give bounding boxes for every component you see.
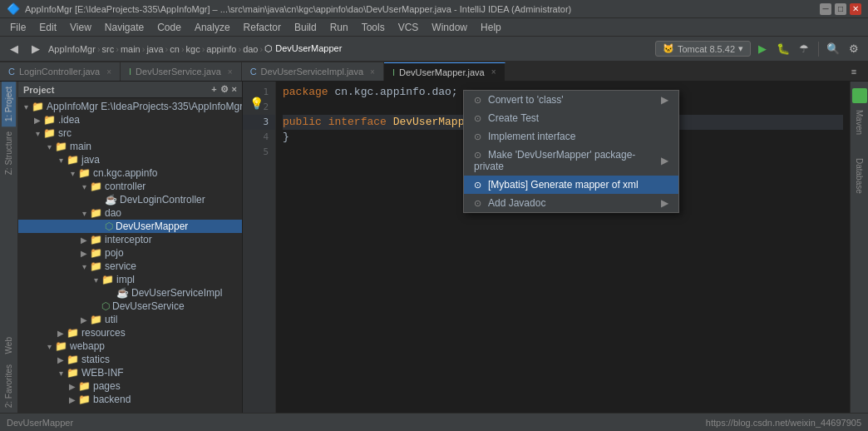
src-icon: 📁 — [43, 127, 56, 139]
toolbar-sep-1 — [818, 42, 819, 57]
main-label: main — [70, 141, 91, 152]
minimize-button[interactable]: ─ — [820, 3, 831, 15]
ctx-make-package-private[interactable]: ⊙Make 'DevUserMapper' package-private ▶ — [464, 146, 678, 176]
menu-view[interactable]: View — [63, 20, 98, 35]
tree-root[interactable]: ▾ 📁 AppInfoMgr E:\IdeaProjects-335\AppIn… — [18, 100, 242, 113]
lightbulb-icon[interactable]: 💡 — [249, 97, 264, 111]
tree-dao[interactable]: ▾ 📁 dao — [18, 206, 242, 220]
menu-window[interactable]: Window — [425, 20, 474, 35]
tree-dev-user-svc[interactable]: ⬡ DevUserService — [18, 300, 242, 313]
tab-close-mapper[interactable]: × — [491, 67, 496, 77]
bc-java[interactable]: java — [146, 44, 163, 54]
tab-icon-service: I — [129, 67, 131, 77]
tab-close-service[interactable]: × — [228, 67, 233, 77]
svc-arrow: ▾ — [78, 262, 90, 271]
tree-close-button[interactable]: × — [232, 84, 237, 95]
tree-webinf[interactable]: ▾ 📁 WEB-INF — [18, 366, 242, 379]
panel-project[interactable]: 1: Project — [2, 82, 16, 126]
ctx-add-javadoc[interactable]: ⊙Add Javadoc ▶ — [464, 194, 678, 212]
pojo-arrow: ▶ — [78, 249, 90, 258]
tree-util[interactable]: ▶ 📁 util — [18, 313, 242, 326]
java-icon: 📁 — [67, 154, 79, 166]
tab-close-login[interactable]: × — [106, 67, 111, 77]
pages-label: pages — [93, 380, 121, 392]
tree-dev-login-ctrl[interactable]: ☕ DevLoginController — [18, 193, 242, 206]
run-config[interactable]: 🐱 Tomcat 8.5.42 ▾ — [655, 41, 751, 57]
tree-pages[interactable]: ▶ 📁 pages — [18, 379, 242, 393]
menu-bar: File Edit View Navigate Code Analyze Ref… — [0, 18, 868, 37]
panel-favorites[interactable]: 2: Favorites — [2, 359, 16, 413]
bc-cn[interactable]: cn — [170, 44, 180, 54]
run-button[interactable]: ▶ — [753, 40, 772, 58]
line-num-3: 3 — [243, 115, 275, 130]
tab-dev-user-service-impl[interactable]: C DevUserServiceImpl.java × — [242, 62, 384, 81]
menu-analyze[interactable]: Analyze — [188, 20, 237, 35]
tree-pojo[interactable]: ▶ 📁 pojo — [18, 246, 242, 260]
back-button[interactable]: ◀ — [5, 40, 23, 58]
bc-main[interactable]: main — [121, 44, 141, 54]
tree-idea[interactable]: ▶ 📁 .idea — [18, 113, 242, 126]
tree-impl[interactable]: ▾ 📁 impl — [18, 273, 242, 286]
cn-icon: 📁 — [78, 167, 91, 179]
run-with-coverage[interactable]: ☂ — [795, 40, 813, 58]
ctx-mybatis-generate[interactable]: ⊙[Mybatis] Generate mapper of xml — [464, 176, 678, 194]
menu-code[interactable]: Code — [150, 20, 188, 35]
bc-dao[interactable]: dao — [243, 44, 258, 54]
tree-main[interactable]: ▾ 📁 main — [18, 140, 242, 153]
maximize-button[interactable]: □ — [835, 3, 846, 15]
svc-impl-icon: ☕ — [116, 287, 129, 299]
settings-button[interactable]: ⚙ — [845, 40, 863, 58]
ctx-mybatis-label: ⊙[Mybatis] Generate mapper of xml — [474, 179, 639, 191]
panel-maven[interactable]: Maven — [853, 107, 866, 138]
tree-interceptor[interactable]: ▶ 📁 interceptor — [18, 233, 242, 246]
bc-appinfo[interactable]: appinfo — [206, 44, 236, 54]
tree-dev-user-mapper[interactable]: ⬡ DevUserMapper — [18, 220, 242, 233]
bc-src[interactable]: src — [102, 44, 115, 54]
panel-web[interactable]: Web — [2, 332, 16, 359]
menu-edit[interactable]: Edit — [32, 20, 63, 35]
tab-dev-user-service[interactable]: I DevUserService.java × — [121, 62, 242, 81]
panel-database[interactable]: Database — [853, 155, 866, 197]
menu-file[interactable]: File — [3, 20, 32, 35]
tree-java[interactable]: ▾ 📁 java — [18, 153, 242, 166]
menu-tools[interactable]: Tools — [355, 20, 392, 35]
tree-dev-user-svc-impl[interactable]: ☕ DevUserServiceImpl — [18, 286, 242, 300]
panel-structure[interactable]: Z: Structure — [2, 126, 16, 180]
tree-webapp[interactable]: ▾ 📁 webapp — [18, 339, 242, 353]
tree-backend[interactable]: ▶ 📁 backend — [18, 393, 242, 406]
debug-button[interactable]: 🐛 — [774, 40, 792, 58]
bc-kgc[interactable]: kgc — [186, 44, 200, 54]
statics-icon: 📁 — [67, 354, 79, 365]
tab-dev-user-mapper[interactable]: I DevUserMapper.java × — [384, 62, 506, 81]
editor-area[interactable]: 1 2 3 4 5 💡 package cn.kgc.appinfo.dao; … — [243, 82, 850, 413]
bc-mapper[interactable]: ⬡ DevUserMapper — [264, 43, 342, 54]
tree-statics[interactable]: ▶ 📁 statics — [18, 353, 242, 366]
menu-refactor[interactable]: Refactor — [237, 20, 288, 35]
tab-close-impl[interactable]: × — [370, 67, 375, 77]
tree-settings-button[interactable]: ⚙ — [220, 84, 229, 95]
ctx-create-test[interactable]: ⊙Create Test — [464, 109, 678, 127]
menu-navigate[interactable]: Navigate — [98, 20, 150, 35]
login-ctrl-label: DevLoginController — [120, 194, 205, 206]
ctx-convert-class[interactable]: ⊙Convert to 'class' ▶ — [464, 91, 678, 109]
menu-build[interactable]: Build — [288, 20, 323, 35]
tree-service[interactable]: ▾ 📁 service — [18, 260, 242, 273]
tab-login-controller[interactable]: C LoginController.java × — [0, 62, 121, 81]
close-button[interactable]: ✕ — [850, 3, 861, 15]
menu-vcs[interactable]: VCS — [392, 20, 426, 35]
ctx-mybatis-icon: ⊙ — [474, 180, 481, 190]
tree-src[interactable]: ▾ 📁 src — [18, 126, 242, 140]
search-button[interactable]: 🔍 — [824, 40, 842, 58]
ctx-implement-interface[interactable]: ⊙Implement interface — [464, 127, 678, 146]
menu-run[interactable]: Run — [323, 20, 355, 35]
bc-app[interactable]: AppInfoMgr — [48, 44, 96, 54]
tree-add-button[interactable]: + — [211, 84, 216, 95]
tree-resources[interactable]: ▶ 📁 resources — [18, 326, 242, 339]
tree-controller[interactable]: ▾ 📁 controller — [18, 180, 242, 193]
status-filename: DevUserMapper — [7, 418, 73, 428]
menu-help[interactable]: Help — [474, 20, 508, 35]
tab-list-button[interactable]: ≡ — [845, 62, 863, 81]
forward-button[interactable]: ▶ — [27, 40, 45, 58]
status-url: https://blog.csdn.net/weixin_44697905 — [706, 418, 861, 428]
tree-cn-kgc[interactable]: ▾ 📁 cn.kgc.appinfo — [18, 166, 242, 180]
